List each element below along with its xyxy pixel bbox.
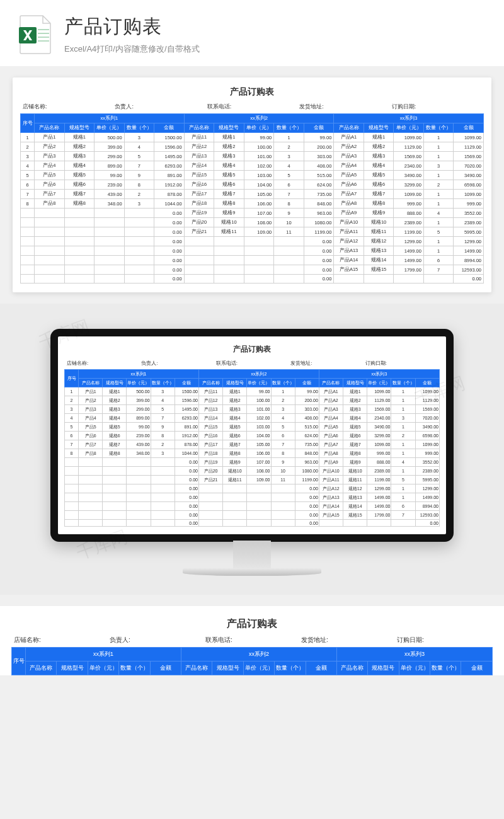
cell-name[interactable]: 产品A6 bbox=[334, 180, 364, 190]
cell-seq[interactable] bbox=[65, 511, 79, 520]
cell-spec[interactable]: 规格9 bbox=[223, 458, 247, 467]
cell-amt[interactable]: 1596.00 bbox=[175, 396, 198, 405]
cell-qty[interactable]: 5 bbox=[271, 423, 295, 432]
cell-price[interactable]: 105.00 bbox=[247, 440, 271, 449]
cell-qty[interactable]: 2 bbox=[274, 142, 304, 152]
cell-amt[interactable]: 1500.00 bbox=[154, 133, 185, 142]
cell-spec[interactable]: 规格11 bbox=[214, 227, 244, 237]
cell-name[interactable]: 产品19 bbox=[198, 458, 222, 467]
cell-price[interactable]: 888.00 bbox=[394, 209, 424, 218]
cell-qty[interactable]: 1 bbox=[423, 152, 454, 161]
cell-spec[interactable]: 规格3 bbox=[364, 152, 394, 161]
cell-amt[interactable]: 5995.00 bbox=[454, 227, 484, 237]
cell-price[interactable]: 439.00 bbox=[127, 440, 151, 449]
cell-name[interactable]: 产品3 bbox=[35, 152, 65, 161]
cell-spec[interactable] bbox=[103, 458, 127, 467]
cell-qty[interactable]: 1 bbox=[391, 449, 415, 458]
cell-amt[interactable]: 0.00 bbox=[175, 493, 198, 502]
cell-price[interactable]: 1499.00 bbox=[367, 502, 391, 511]
cell-price[interactable]: 108.00 bbox=[244, 218, 274, 227]
cell-name[interactable] bbox=[79, 502, 103, 511]
cell-name[interactable]: 产品A8 bbox=[334, 199, 364, 209]
cell-amt[interactable]: 1596.00 bbox=[154, 142, 185, 152]
cell-qty[interactable]: 4 bbox=[423, 209, 454, 218]
cell-seq[interactable]: 3 bbox=[65, 405, 79, 414]
cell-qty[interactable]: 5 bbox=[391, 476, 415, 484]
cell-qty[interactable]: 7 bbox=[274, 190, 304, 199]
cell-spec[interactable] bbox=[64, 246, 94, 256]
cell-qty[interactable]: 1 bbox=[391, 405, 415, 414]
cell-name[interactable]: 产品4 bbox=[79, 414, 103, 423]
cell-price[interactable]: 100.00 bbox=[244, 142, 274, 152]
cell-seq[interactable]: 2 bbox=[65, 396, 79, 405]
cell-qty[interactable]: 2 bbox=[423, 180, 454, 190]
cell-spec[interactable] bbox=[343, 520, 367, 527]
cell-price[interactable] bbox=[127, 467, 151, 476]
cell-qty[interactable] bbox=[124, 218, 154, 227]
cell-amt[interactable]: 0.00 bbox=[175, 458, 198, 467]
cell-price[interactable]: 108.00 bbox=[247, 467, 271, 476]
cell-name[interactable]: 产品A10 bbox=[334, 218, 364, 227]
cell-name[interactable]: 产品A5 bbox=[319, 423, 343, 432]
cell-price[interactable]: 1799.00 bbox=[367, 511, 391, 520]
cell-price[interactable]: 399.00 bbox=[127, 396, 151, 405]
cell-name[interactable]: 产品12 bbox=[184, 142, 214, 152]
cell-price[interactable] bbox=[94, 209, 125, 218]
cell-qty[interactable]: 1 bbox=[391, 387, 415, 396]
cell-name[interactable] bbox=[79, 511, 103, 520]
cell-spec[interactable]: 规格12 bbox=[364, 237, 394, 246]
cell-qty[interactable]: 7 bbox=[151, 414, 175, 423]
cell-name[interactable]: 产品5 bbox=[35, 171, 65, 180]
cell-name[interactable]: 产品18 bbox=[184, 199, 214, 209]
cell-qty[interactable]: 1 bbox=[423, 190, 454, 199]
cell-amt[interactable]: 2389.00 bbox=[415, 467, 439, 476]
cell-amt[interactable]: 0.00 bbox=[175, 511, 198, 520]
cell-spec[interactable]: 规格4 bbox=[64, 161, 94, 171]
cell-seq[interactable] bbox=[65, 502, 79, 511]
cell-name[interactable] bbox=[184, 246, 214, 256]
cell-price[interactable] bbox=[247, 484, 271, 493]
cell-amt[interactable]: 200.00 bbox=[295, 396, 319, 405]
cell-spec[interactable]: 规格8 bbox=[343, 449, 367, 458]
cell-name[interactable]: 产品21 bbox=[184, 227, 214, 237]
cell-name[interactable]: 产品7 bbox=[35, 190, 65, 199]
cell-amt[interactable]: 999.00 bbox=[415, 449, 439, 458]
cell-name[interactable]: 产品6 bbox=[35, 180, 65, 190]
cell-name[interactable]: 产品17 bbox=[198, 440, 222, 449]
cell-spec[interactable]: 规格6 bbox=[364, 180, 394, 190]
cell-price[interactable]: 3299.00 bbox=[367, 432, 391, 440]
cell-price[interactable]: 1569.00 bbox=[367, 405, 391, 414]
cell-seq[interactable]: 7 bbox=[65, 440, 79, 449]
cell-name[interactable]: 产品A11 bbox=[334, 227, 364, 237]
cell-price[interactable]: 105.00 bbox=[244, 190, 274, 199]
cell-amt[interactable]: 0.00 bbox=[175, 476, 198, 484]
cell-name[interactable]: 产品15 bbox=[198, 423, 222, 432]
cell-name[interactable]: 产品A4 bbox=[319, 414, 343, 423]
cell-qty[interactable] bbox=[151, 467, 175, 476]
cell-amt[interactable]: 5995.00 bbox=[415, 476, 439, 484]
cell-amt[interactable]: 735.00 bbox=[304, 190, 334, 199]
cell-qty[interactable]: 9 bbox=[151, 423, 175, 432]
cell-price[interactable] bbox=[94, 265, 125, 275]
cell-qty[interactable]: 5 bbox=[151, 405, 175, 414]
cell-amt[interactable]: 1569.00 bbox=[454, 152, 484, 161]
cell-price[interactable] bbox=[244, 246, 274, 256]
cell-price[interactable] bbox=[94, 256, 125, 265]
cell-amt[interactable]: 0.00 bbox=[304, 256, 334, 265]
cell-qty[interactable]: 1 bbox=[423, 171, 454, 180]
cell-spec[interactable] bbox=[223, 502, 247, 511]
cell-price[interactable]: 1299.00 bbox=[394, 237, 424, 246]
cell-amt[interactable]: 0.00 bbox=[295, 484, 319, 493]
cell-qty[interactable]: 3 bbox=[151, 449, 175, 458]
cell-price[interactable] bbox=[127, 502, 151, 511]
cell-spec[interactable]: 规格1 bbox=[364, 133, 394, 142]
cell-price[interactable]: 3299.00 bbox=[394, 180, 424, 190]
cell-qty[interactable]: 3 bbox=[391, 414, 415, 423]
cell-amt[interactable]: 878.00 bbox=[154, 190, 185, 199]
cell-amt[interactable]: 1099.00 bbox=[454, 133, 484, 142]
cell-price[interactable]: 500.00 bbox=[127, 387, 151, 396]
cell-amt[interactable]: 1912.00 bbox=[175, 432, 198, 440]
cell-price[interactable] bbox=[94, 246, 125, 256]
cell-qty[interactable] bbox=[151, 520, 175, 527]
cell-name[interactable]: 产品A9 bbox=[319, 458, 343, 467]
